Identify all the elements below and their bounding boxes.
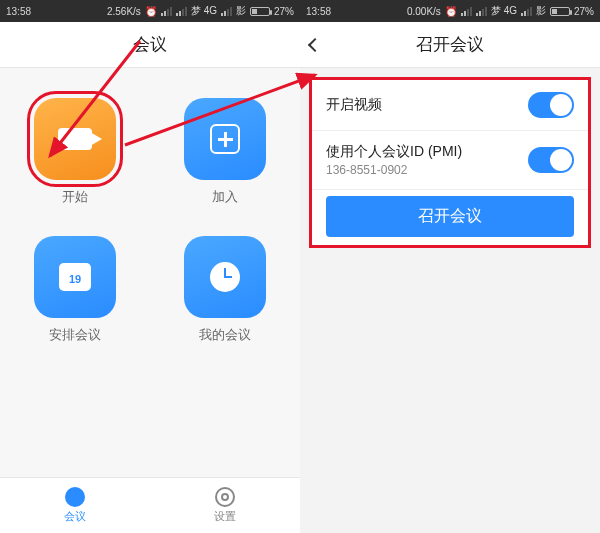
status-signal-text: 影 [236, 4, 246, 18]
tab-label: 设置 [214, 509, 236, 524]
status-signal-text: 影 [536, 4, 546, 18]
clock-icon [184, 236, 266, 318]
tile-label: 加入 [212, 188, 238, 206]
nav-header: 会议 [0, 22, 300, 68]
tab-bar: 会议 设置 [0, 477, 300, 533]
status-carrier: 梦 4G [491, 4, 517, 18]
tile-grid: 开始 加入 19 安排会议 我的会议 [0, 68, 300, 477]
alarm-icon: ⏰ [445, 6, 457, 17]
tile-label: 安排会议 [49, 326, 101, 344]
signal-icon-2 [476, 7, 487, 16]
tab-label: 会议 [64, 509, 86, 524]
status-clock: 13:58 [6, 6, 34, 17]
tile-label: 开始 [62, 188, 88, 206]
page-title: 召开会议 [416, 33, 484, 56]
tile-schedule[interactable]: 19 安排会议 [20, 236, 130, 344]
clock-fill-icon [65, 487, 85, 507]
toggle-use-pmi[interactable] [528, 147, 574, 173]
pmi-value: 136-8551-0902 [326, 163, 462, 177]
calendar-icon: 19 [34, 236, 116, 318]
tab-meeting[interactable]: 会议 [0, 478, 150, 533]
highlighted-panel: 开启视频 使用个人会议ID (PMI) 136-8551-0902 召开会议 [312, 80, 588, 245]
back-button[interactable] [310, 22, 340, 67]
tile-join[interactable]: 加入 [170, 98, 280, 206]
status-battery: 27% [574, 6, 594, 17]
status-carrier: 梦 4G [191, 4, 217, 18]
battery-icon [550, 7, 570, 16]
row-use-pmi: 使用个人会议ID (PMI) 136-8551-0902 [312, 131, 588, 190]
battery-icon [250, 7, 270, 16]
status-clock: 13:58 [306, 6, 334, 17]
signal-icon [161, 7, 172, 16]
signal-icon [461, 7, 472, 16]
row-label: 使用个人会议ID (PMI) [326, 143, 462, 161]
gear-icon [215, 487, 235, 507]
signal-icon-3 [521, 7, 532, 16]
tile-label: 我的会议 [199, 326, 251, 344]
nav-header: 召开会议 [300, 22, 600, 68]
row-label: 开启视频 [326, 96, 382, 114]
chevron-left-icon [308, 37, 322, 51]
tile-start[interactable]: 开始 [20, 98, 130, 206]
settings-body: 开启视频 使用个人会议ID (PMI) 136-8551-0902 召开会议 [300, 68, 600, 533]
row-enable-video: 开启视频 [312, 80, 588, 131]
status-net-speed: 2.56K/s [107, 6, 141, 17]
status-bar: 13:58 2.56K/s ⏰ 梦 4G 影 27% [0, 0, 300, 22]
status-net-speed: 0.00K/s [407, 6, 441, 17]
tile-my-meetings[interactable]: 我的会议 [170, 236, 280, 344]
signal-icon-2 [176, 7, 187, 16]
phone-right: 13:58 0.00K/s ⏰ 梦 4G 影 27% 召开会议 开启视频 使 [300, 0, 600, 533]
tab-settings[interactable]: 设置 [150, 478, 300, 533]
phone-left: 13:58 2.56K/s ⏰ 梦 4G 影 27% 会议 开始 加入 19 [0, 0, 300, 533]
toggle-enable-video[interactable] [528, 92, 574, 118]
alarm-icon: ⏰ [145, 6, 157, 17]
status-bar: 13:58 0.00K/s ⏰ 梦 4G 影 27% [300, 0, 600, 22]
status-battery: 27% [274, 6, 294, 17]
plus-icon [184, 98, 266, 180]
video-camera-icon [34, 98, 116, 180]
page-title: 会议 [133, 33, 167, 56]
start-meeting-button[interactable]: 召开会议 [326, 196, 574, 237]
signal-icon-3 [221, 7, 232, 16]
